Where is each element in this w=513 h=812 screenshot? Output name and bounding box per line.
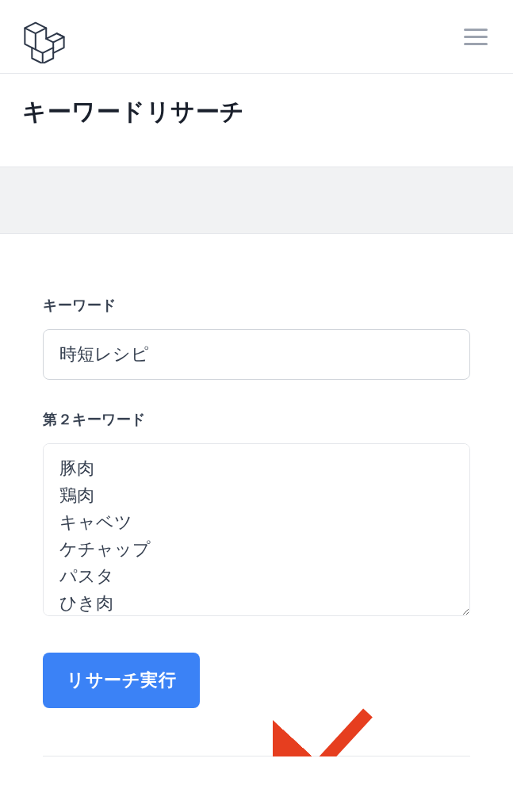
header <box>0 0 513 74</box>
laravel-logo-icon[interactable] <box>22 17 67 56</box>
page-title: キーワードリサーチ <box>22 96 491 128</box>
keyword2-group: 第２キーワード <box>43 410 470 619</box>
keyword-group: キーワード <box>43 296 470 380</box>
divider <box>43 756 470 756</box>
form-container: キーワード 第２キーワード リサーチ実行 <box>0 234 513 724</box>
keyword2-label: 第２キーワード <box>43 410 470 429</box>
title-section: キーワードリサーチ <box>0 74 513 167</box>
research-submit-button[interactable]: リサーチ実行 <box>43 653 200 708</box>
hamburger-menu-icon[interactable] <box>461 25 491 48</box>
arrow-annotation-icon <box>273 705 384 756</box>
keyword-input[interactable] <box>43 329 470 380</box>
svg-line-0 <box>295 713 368 756</box>
keyword-label: キーワード <box>43 296 470 315</box>
gray-band <box>0 167 513 234</box>
keyword2-textarea[interactable] <box>43 443 470 616</box>
